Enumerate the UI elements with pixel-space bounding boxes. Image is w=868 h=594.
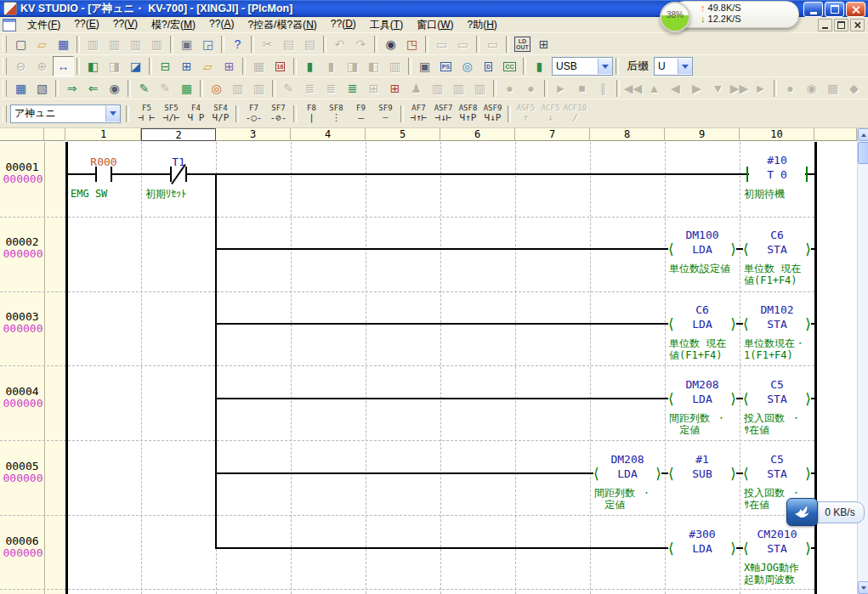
unit-editor-icon[interactable]: ⊞ [218,56,240,76]
fkey-f4-button[interactable]: F4Ч Р [184,102,208,126]
menu-item-3[interactable]: 模?/宏(M) [145,17,202,33]
zoom-in-icon[interactable]: ⊕ [31,56,53,76]
open-project-icon[interactable]: ▱ [31,34,53,54]
cd-memory-icon[interactable]: ◎ [457,56,478,76]
step-out-icon[interactable]: ▶ [686,78,707,99]
pen-icon[interactable]: ✎ [278,78,299,99]
column-header-1[interactable]: 1 [66,128,141,141]
column-header-8[interactable]: 8 [590,128,665,141]
sim-2-icon[interactable]: ▥ [248,78,269,99]
device-2-icon[interactable]: ▮ [321,56,342,76]
menu-item-5[interactable]: ?控器/模?器(N) [241,17,323,33]
net-meter-overlay[interactable]: 38% ↑ 49.8K/S ↓ 12.2K/S [660,0,799,36]
fkey-f8-button[interactable]: F8| [299,102,324,126]
plc-read-icon[interactable]: ⇒ [61,78,82,99]
instruction-sta[interactable]: ⟨STA⟩ [743,465,811,482]
help-icon[interactable]: ? [227,34,248,54]
reg-1-icon[interactable]: ▥ [427,78,448,99]
record-1-icon[interactable]: ● [499,78,520,99]
contact-no[interactable] [111,167,112,182]
usb-device-icon[interactable]: ▮ [529,56,550,76]
import-unit-icon[interactable]: ▥ [125,34,146,54]
scroll-up-button[interactable] [858,128,868,141]
column-header-7[interactable]: 7 [515,128,590,141]
watch-window-icon[interactable]: ▦ [248,56,269,76]
contact-nc[interactable] [185,167,187,182]
breakpoint-icon[interactable]: ● [780,78,801,99]
column-header-2[interactable]: 2 [141,128,216,141]
instruction-lda[interactable]: ⟨LDA⟩ [668,540,736,557]
instruction-lda[interactable]: ⟨LDA⟩ [593,465,661,482]
close-button[interactable] [846,2,865,17]
calendar-16-icon[interactable]: 16 [269,56,291,76]
usb-port-combo[interactable]: USB [552,57,613,76]
list-check-icon[interactable]: ≣ [342,78,363,99]
column-header-5[interactable]: 5 [366,128,440,141]
instruction-lda[interactable]: ⟨LDA⟩ [668,315,736,332]
watch-2-icon[interactable]: ▦ [822,78,843,99]
split-v-icon[interactable]: ⊞ [176,56,197,76]
step-forward-icon[interactable]: ▶▶ [729,78,750,99]
find-replace-icon[interactable]: ◳ [401,34,423,54]
fkey-asf9-button[interactable]: ASF9Ч↓Р [480,102,505,126]
stop-icon[interactable]: ■ [571,78,593,99]
drop-icon[interactable]: ◆ [843,78,865,99]
import-icon[interactable]: ▥ [82,34,104,54]
toolbar-grip[interactable] [3,80,7,97]
circuit-view-icon[interactable]: ⊞ [533,34,554,54]
toolbar-grip[interactable] [3,105,7,122]
ps-convert-icon[interactable]: PS [435,56,457,76]
suffix-combo[interactable]: U [654,57,693,76]
fkey-acf10-button[interactable]: ACF10∕ [563,102,587,126]
fkey-asf5-button[interactable]: ASF5↑ [513,102,538,126]
instruction-sub[interactable]: ⟨SUB⟩ [668,465,736,482]
device-combo-dropdown-icon[interactable] [105,106,120,122]
grid-cross-icon[interactable]: ⊞ [384,78,406,99]
column-header-4[interactable]: 4 [291,128,366,141]
list-2-icon[interactable]: ≣ [321,78,342,99]
editor-ok-icon[interactable]: ✎ [133,78,155,99]
menu-item-4[interactable]: ??(A) [202,17,241,33]
out-bar[interactable] [746,167,748,182]
instruction-sta[interactable]: ⟨STA⟩ [743,240,811,257]
copy-icon[interactable]: ▤ [278,34,299,54]
menu-item-8[interactable]: 窗口(W) [410,17,460,33]
fkey-sf9-button[interactable]: SF9┈ [373,102,398,126]
column-header-9[interactable]: 9 [665,128,740,141]
device-monitor-icon[interactable]: ▮ [299,56,321,76]
list-1-icon[interactable]: ≣ [299,78,321,99]
web-sync-icon[interactable]: ◎ [206,78,227,99]
cut-icon[interactable]: ✂ [257,34,278,54]
fkey-sf5-button[interactable]: SF5⊣/⊢ [159,102,184,126]
fkey-acf5-button[interactable]: ACF5↓ [538,102,563,126]
pc-query-icon[interactable]: ▧ [31,78,53,99]
print-preview-icon[interactable]: ◲ [197,34,218,54]
downloader-bird-icon[interactable] [786,498,818,526]
redo-icon[interactable]: ↷ [350,34,372,54]
out-instruction-label[interactable]: T 0 [752,168,803,181]
scroll-thumb[interactable] [858,142,868,164]
paste-icon[interactable]: ▤ [299,34,321,54]
pause-icon[interactable]: ∥ [593,78,614,99]
instruction-sta[interactable]: ⟨STA⟩ [743,390,811,407]
hand-pause-icon[interactable]: ◉ [801,78,822,99]
usb-combo-dropdown-icon[interactable] [598,59,612,74]
step-down-icon[interactable]: ▼ [707,78,729,99]
sim-1-icon[interactable]: ▥ [227,78,248,99]
pc-transfer-icon[interactable]: ▦ [10,78,31,99]
plc-write-icon[interactable]: ⇐ [82,78,104,99]
fkey-sf4-button[interactable]: SF4Ч/Р [208,102,233,126]
instruction-sta[interactable]: ⟨STA⟩ [743,315,811,332]
step-up-icon[interactable]: ▲ [644,78,665,99]
d-network-icon[interactable]: D [478,56,499,76]
menu-item-7[interactable]: 工具(T) [363,17,410,33]
print-unit-icon[interactable]: ▣ [414,56,435,76]
device-combo[interactable]: ア神ュニ [10,105,121,123]
ld-out-view-icon[interactable]: LD OUT [512,34,533,54]
instruction-lda[interactable]: ⟨LDA⟩ [668,390,736,407]
column-header-10[interactable]: 10 [740,128,814,141]
fkey-af7-button[interactable]: AF7⊣↑⊢ [406,102,431,126]
menu-item-6[interactable]: ??(D) [324,17,363,33]
fkey-f7-button[interactable]: F7-○- [241,102,266,126]
robot-icon[interactable]: ♟ [406,78,427,99]
